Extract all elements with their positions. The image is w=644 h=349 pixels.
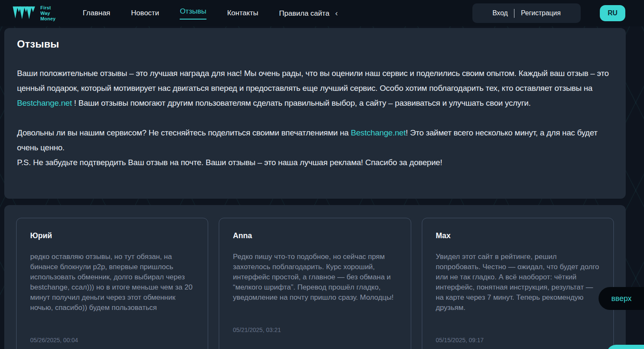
intro-paragraph-1: Ваши положительные отзывы – это лучшая н… [17, 66, 613, 110]
nav-item-news[interactable]: Новости [131, 9, 159, 17]
auth-divider [514, 9, 514, 18]
review-card: Юрий редко оставляю отзывы, но тут обяза… [16, 218, 208, 349]
brand-name: First Way Money [40, 5, 56, 22]
nav-item-home[interactable]: Главная [83, 9, 110, 17]
nav-item-rules[interactable]: Правила сайта ‹ [279, 8, 338, 18]
brand-name-line2: Way [40, 11, 56, 16]
intro-paragraph-2: Довольны ли вы нашим сервисом? Не стесня… [17, 125, 613, 170]
review-text: Редко пишу что-то подобное, но сейчас пр… [233, 252, 397, 303]
page-title: Отзывы [17, 38, 613, 50]
reviews-intro-panel: Отзывы Ваши положительные отзывы – это л… [4, 28, 626, 199]
intro-paragraph-2-text: Довольны ли вы нашим сервисом? Не стесня… [17, 128, 351, 137]
back-to-top-label: вверх [611, 294, 632, 303]
language-button[interactable]: RU [600, 5, 625, 21]
nav-item-rules-label: Правила сайта [279, 9, 329, 17]
review-date: 05/26/2025, 00:04 [30, 337, 194, 343]
intro-paragraph-1-text-after: ! Ваши отзывы помогают другим пользовате… [72, 99, 531, 107]
review-author: Юрий [30, 231, 194, 240]
chevron-icon: ‹ [335, 8, 338, 17]
review-author: Anna [233, 231, 397, 240]
main-nav: Главная Новости Отзывы Контакты Правила … [83, 7, 338, 20]
review-card: Max Увидел этот сайт в рейтинге, решил п… [422, 218, 614, 349]
review-card: Anna Редко пишу что-то подобное, но сейч… [219, 218, 411, 349]
review-author: Max [436, 231, 600, 240]
intro-paragraph-1-text: Ваши положительные отзывы – это лучшая н… [17, 69, 609, 93]
brand-name-line3: Money [40, 16, 56, 22]
brand-logo[interactable]: First Way Money [13, 5, 56, 22]
review-date: 05/21/2025, 03:21 [233, 326, 397, 333]
bestchange-link-2[interactable]: Bestchange.net [351, 128, 406, 137]
chat-widget-button[interactable] [607, 345, 644, 349]
intro-paragraph-ps: P.S. Не забудьте подтвердить Ваш отзыв н… [17, 158, 442, 167]
back-to-top-button[interactable]: вверх [599, 287, 644, 310]
review-text: Увидел этот сайт в рейтинге, решил попро… [436, 252, 600, 313]
nav-item-contacts[interactable]: Контакты [227, 9, 258, 17]
review-text: редко оставляю отзывы, но тут обязан, на… [30, 252, 194, 313]
review-date: 05/15/2025, 09:17 [436, 337, 600, 343]
reviews-list-panel: Юрий редко оставляю отзывы, но тут обяза… [4, 205, 626, 349]
header: First Way Money Главная Новости Отзывы К… [0, 0, 644, 26]
bestchange-link-1[interactable]: Bestchange.net [17, 99, 72, 107]
brand-logo-icon [13, 6, 37, 21]
login-button[interactable]: Вход [492, 9, 508, 17]
nav-item-reviews[interactable]: Отзывы [180, 7, 206, 20]
review-cards: Юрий редко оставляю отзывы, но тут обяза… [16, 218, 614, 349]
register-button[interactable]: Регистрация [521, 9, 561, 17]
brand-name-line1: First [40, 5, 56, 11]
auth-panel: Вход Регистрация [472, 3, 581, 23]
